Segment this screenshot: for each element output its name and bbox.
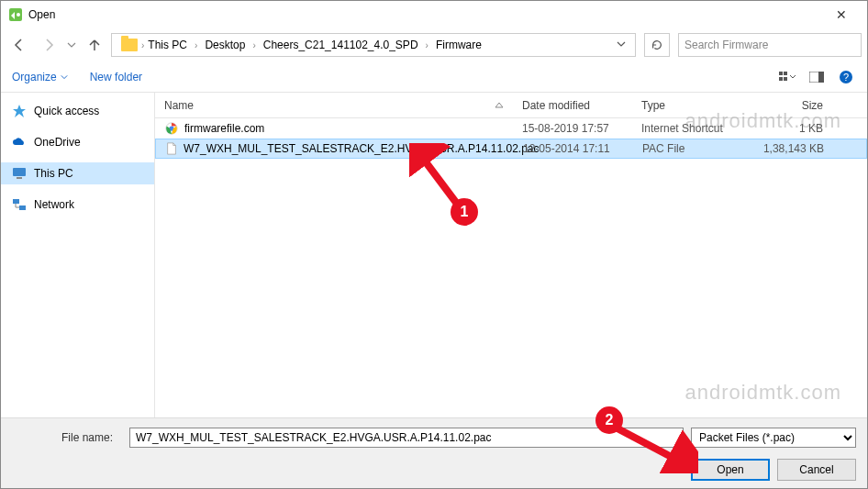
cancel-button[interactable]: Cancel — [777, 459, 856, 481]
preview-pane-button[interactable] — [807, 67, 827, 87]
file-name: firmwarefile.com — [184, 122, 264, 135]
sort-asc-icon — [495, 101, 504, 110]
annotation-callout-2: 2 — [595, 406, 623, 434]
chevron-right-icon: › — [252, 40, 255, 50]
folder-icon — [121, 39, 138, 51]
breadcrumb-folder1[interactable]: Cheers_C21_141102_4.0_SPD — [258, 35, 424, 55]
search-placeholder: Search Firmware — [684, 39, 768, 51]
file-type: PAC File — [642, 142, 752, 155]
main: Quick access OneDrive This PC Network Na… — [1, 93, 867, 417]
file-icon — [165, 141, 178, 156]
help-button[interactable]: ? — [836, 67, 856, 87]
refresh-button[interactable] — [644, 33, 670, 57]
file-date: 15-08-2019 17:57 — [522, 122, 641, 135]
close-button[interactable]: ✕ — [823, 7, 860, 22]
watermark: androidmtk.com — [684, 109, 841, 133]
svg-rect-11 — [17, 177, 22, 179]
svg-rect-5 — [784, 77, 787, 81]
nav-label: Network — [34, 198, 74, 211]
file-list: Name Date modified Type Size firmwarefil… — [155, 93, 867, 417]
chevron-down-icon — [61, 73, 68, 81]
breadcrumb-desktop[interactable]: Desktop — [199, 35, 250, 55]
back-button[interactable] — [6, 32, 32, 58]
forward-button[interactable] — [36, 32, 61, 58]
nav-pane: Quick access OneDrive This PC Network — [1, 93, 155, 417]
file-date: 12-05-2014 17:11 — [523, 142, 642, 155]
breadcrumb-root[interactable]: › This PC — [116, 35, 193, 55]
new-folder-button[interactable]: New folder — [90, 71, 142, 83]
chevron-right-icon: › — [141, 40, 144, 50]
svg-line-16 — [418, 152, 460, 207]
svg-rect-13 — [19, 206, 26, 210]
file-name: W7_WXH_MUL_TEST_SALESTRACK_E2.HVGA.USR.A… — [184, 142, 540, 155]
nav-this-pc[interactable]: This PC — [1, 162, 154, 184]
chevron-right-icon: › — [195, 40, 197, 50]
svg-rect-2 — [779, 72, 783, 75]
column-date[interactable]: Date modified — [522, 99, 641, 112]
file-size: 1,38,143 KB — [752, 142, 835, 155]
navbar: › This PC › Desktop › Cheers_C21_141102_… — [1, 28, 867, 61]
nav-onedrive[interactable]: OneDrive — [1, 131, 154, 153]
breadcrumb-folder2[interactable]: Firmware — [430, 35, 487, 55]
svg-rect-4 — [779, 77, 783, 81]
toolbar: Organize New folder ? — [1, 61, 867, 93]
chevron-right-icon: › — [426, 40, 428, 50]
nav-network[interactable]: Network — [1, 194, 154, 216]
monitor-icon — [12, 166, 27, 181]
annotation-callout-1: 1 — [451, 198, 478, 226]
app-icon — [8, 7, 23, 22]
column-name[interactable]: Name — [155, 99, 522, 112]
recent-dropdown[interactable] — [65, 32, 78, 58]
address-bar[interactable]: › This PC › Desktop › Cheers_C21_141102_… — [111, 33, 636, 57]
breadcrumb-label: This PC — [148, 39, 187, 51]
search-input[interactable]: Search Firmware — [678, 33, 862, 57]
filetype-select[interactable]: Packet Files (*.pac) — [691, 428, 856, 448]
star-icon — [12, 104, 27, 118]
network-icon — [12, 197, 27, 212]
titlebar: Open ✕ — [1, 1, 867, 28]
filename-label: File name: — [12, 431, 122, 444]
up-button[interactable] — [82, 32, 107, 58]
window-title: Open — [28, 8, 823, 21]
nav-quick-access[interactable]: Quick access — [1, 100, 154, 122]
watermark: androidmtk.com — [684, 381, 841, 405]
svg-text:?: ? — [843, 72, 849, 83]
nav-label: OneDrive — [34, 136, 81, 149]
chrome-icon — [164, 121, 179, 136]
svg-point-1 — [17, 13, 20, 17]
nav-label: This PC — [34, 167, 73, 180]
nav-label: Quick access — [34, 105, 99, 117]
file-row-selected[interactable]: W7_WXH_MUL_TEST_SALESTRACK_E2.HVGA.USR.A… — [155, 139, 867, 159]
cloud-icon — [12, 135, 27, 150]
address-dropdown[interactable] — [611, 39, 631, 51]
svg-rect-7 — [818, 72, 824, 83]
svg-rect-12 — [13, 199, 19, 204]
open-button[interactable]: Open — [691, 459, 770, 481]
view-options-button[interactable] — [777, 67, 797, 87]
organize-button[interactable]: Organize — [12, 71, 68, 83]
svg-line-17 — [616, 428, 682, 462]
footer: File name: Packet Files (*.pac) Open Can… — [1, 417, 867, 489]
svg-rect-10 — [13, 168, 26, 176]
svg-rect-3 — [784, 72, 787, 75]
organize-label: Organize — [12, 71, 57, 83]
